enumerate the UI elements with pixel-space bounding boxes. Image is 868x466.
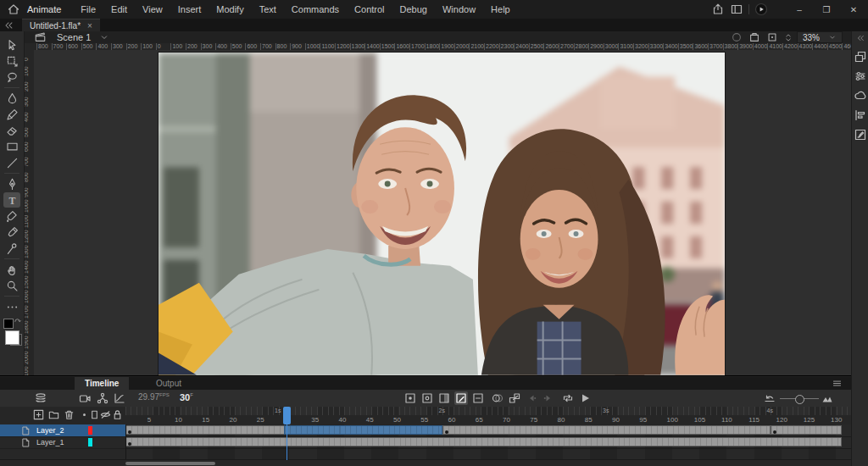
close-button[interactable]: ✕ [843,2,865,17]
hierarchy-icon[interactable] [96,391,109,405]
resize-timeline-knob[interactable] [795,395,804,404]
frame-numbers-row[interactable]: 5101520253035404550556065707580859095100… [125,415,851,424]
layer-row-layer_2[interactable]: Layer_2 [0,424,125,437]
brush-library-panel-icon[interactable] [854,128,867,141]
cc-libraries-panel-icon[interactable] [854,89,867,103]
test-movie-button[interactable] [754,3,768,16]
menu-window[interactable]: Window [435,0,483,19]
layers-icon[interactable] [34,391,47,405]
menu-file[interactable]: File [73,0,103,19]
tab-output[interactable]: Output [146,377,192,390]
workspace-icon[interactable] [730,3,743,16]
layer-frames-layer_2[interactable] [125,424,851,437]
hand-tool[interactable] [3,262,20,277]
close-tab-icon[interactable]: × [87,21,92,31]
keyframe-dot[interactable] [445,430,448,434]
filters-panel-icon[interactable] [854,69,867,83]
scene-label[interactable]: Scene 1 [57,32,91,42]
menu-modify[interactable]: Modify [209,0,251,19]
play-button[interactable] [578,391,592,405]
stage-pasteboard[interactable] [34,50,851,375]
selection-tool[interactable] [3,37,20,53]
menu-debug[interactable]: Debug [392,0,435,19]
stage-canvas-photo[interactable] [159,53,725,375]
classic-brush-tool[interactable] [3,107,20,122]
paint-bucket-tool[interactable] [3,208,20,224]
free-transform-tool[interactable] [3,53,20,69]
selected-frame-span[interactable] [284,425,442,435]
auto-keyframe-button[interactable] [454,391,468,405]
eyedropper-tool[interactable] [3,225,20,240]
asset-warp-tool[interactable] [3,241,20,256]
lasso-tool[interactable] [3,69,20,85]
frame-span[interactable] [442,425,771,435]
current-frame-display[interactable]: 30F [180,392,193,402]
keyframe-dot[interactable] [128,442,131,446]
lock-all-button[interactable] [111,408,124,421]
loop-button[interactable] [561,391,575,405]
document-tab[interactable]: Untitled-1.fla* × [22,19,100,31]
fill-color-chip[interactable] [5,330,19,345]
camera-icon[interactable] [78,391,92,405]
v-ruler-tick: 1500 [24,275,30,289]
center-stage-icon[interactable] [766,31,778,43]
frames-grid[interactable] [125,424,851,460]
frame-span[interactable] [771,425,842,435]
restore-button[interactable]: ❐ [815,2,837,17]
menu-text[interactable]: Text [252,0,284,19]
insert-blank-keyframe-button[interactable] [420,391,434,405]
new-folder-button[interactable] [47,408,60,421]
keyframe-dot[interactable] [773,430,776,434]
zoom-tool[interactable] [3,278,20,293]
frame-view-button[interactable] [821,391,834,405]
fluid-brush-tool[interactable] [3,91,20,106]
clip-content-icon[interactable] [748,31,760,43]
zoom-select[interactable]: 33% [797,31,843,43]
panel-menu-icon[interactable] [832,378,843,389]
new-layer-button[interactable] [32,408,45,421]
align-panel-icon[interactable] [854,108,867,122]
minimize-button[interactable]: – [788,2,810,17]
text-tool[interactable]: T [3,192,20,208]
layer-outline-swatch[interactable] [88,426,92,435]
layer-outline-swatch[interactable] [88,438,92,447]
layer-row-layer_1[interactable]: Layer_1 [0,436,125,449]
hide-all-button[interactable] [99,408,112,421]
collapse-left-dock-icon[interactable] [3,19,14,31]
menu-view[interactable]: View [135,0,170,19]
rectangle-tool[interactable] [3,139,20,154]
frame-span[interactable] [125,437,842,447]
layer-frames-layer_1[interactable] [125,436,851,449]
tab-timeline[interactable]: Timeline [75,377,129,390]
pen-tool[interactable] [3,176,20,191]
delete-layer-button[interactable] [63,408,75,421]
home-icon[interactable] [7,3,20,16]
eraser-tool[interactable] [3,123,20,138]
line-tool[interactable] [3,155,20,170]
chevron-down-icon[interactable] [99,32,109,42]
insert-frame-button[interactable] [437,391,451,405]
menu-control[interactable]: Control [347,0,392,19]
onion-skin-button[interactable] [491,391,504,405]
fps-display[interactable]: 29.97FPS [138,392,170,402]
delete-frame-button[interactable] [471,391,485,405]
properties-panel-icon[interactable] [854,50,867,64]
playhead-handle[interactable] [283,407,291,424]
swap-colors-icon[interactable] [13,317,22,326]
menu-commands[interactable]: Commands [284,0,347,19]
create-tween-button[interactable] [508,391,521,405]
keyframe-dot[interactable] [128,430,131,434]
menu-edit[interactable]: Edit [103,0,135,19]
zoom-stepper[interactable] [783,32,793,43]
menu-help[interactable]: Help [483,0,518,19]
reset-timeline-zoom-button[interactable] [763,391,776,405]
stage-rotation-icon[interactable] [731,31,743,43]
timeline-scrollbar[interactable] [0,459,851,466]
timeline-scrollbar-thumb[interactable] [125,462,215,465]
share-icon[interactable] [711,3,725,16]
edit-toolbar-ellipsis[interactable] [3,299,20,314]
menu-insert[interactable]: Insert [170,0,209,19]
expand-dock-icon[interactable] [854,33,866,43]
insert-keyframe-button[interactable] [403,391,417,405]
graph-icon[interactable] [113,391,126,405]
